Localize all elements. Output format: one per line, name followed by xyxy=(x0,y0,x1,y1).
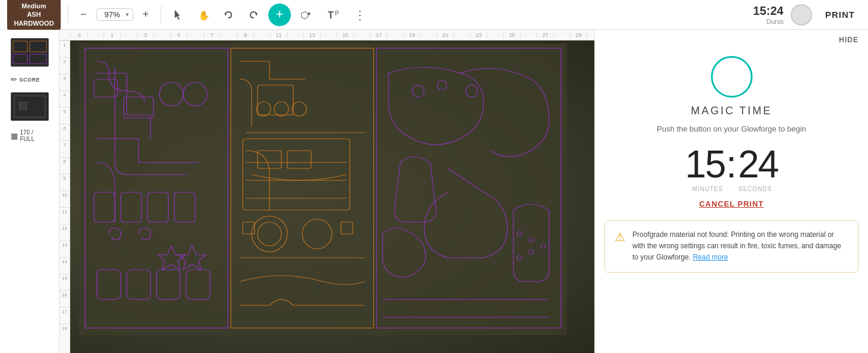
ruler-mark xyxy=(320,32,337,38)
shape-tool-button[interactable]: ⬡ ♦ xyxy=(296,6,318,24)
svg-text:✋: ✋ xyxy=(198,10,209,20)
material-line2: ASH xyxy=(12,10,56,18)
ruler-mark: 17 xyxy=(370,32,387,38)
ruler-mark: -1 xyxy=(70,32,87,38)
ruler-mark xyxy=(87,32,104,38)
minutes-label: MINUTES xyxy=(684,186,732,192)
glowforge-button-circle xyxy=(711,56,753,98)
main-area: ✏ SCORE ▤ ▦ 170 / FULL -1 1 xyxy=(0,30,868,353)
pan-tool-button[interactable]: ✋ xyxy=(193,6,214,24)
ruler-top-marks: -1 1 3 5 7 9 11 13 15 17 19 xyxy=(70,32,594,38)
svg-rect-16 xyxy=(79,43,567,335)
zoom-minus-button[interactable]: − xyxy=(76,5,92,24)
toolbar-user: Durss xyxy=(753,18,784,25)
material-line3: HARDWOOD xyxy=(12,19,56,27)
design-thumbnail-item[interactable] xyxy=(6,35,54,70)
hand-icon: ✋ xyxy=(198,10,209,20)
read-more-link[interactable]: Read more xyxy=(692,253,728,261)
ruler-mark xyxy=(420,32,437,38)
text-icon: T P xyxy=(328,10,340,20)
undo-button[interactable] xyxy=(218,6,239,24)
redo-button[interactable] xyxy=(243,6,264,24)
ruler-mark: 15 xyxy=(337,32,353,38)
text-tool-button[interactable]: T P xyxy=(323,6,344,24)
add-icon: + xyxy=(276,8,284,21)
chevron-down-icon[interactable]: ▾ xyxy=(126,11,129,18)
cancel-print-button[interactable]: CANCEL PRINT xyxy=(699,199,764,208)
ruler-mark: 21 xyxy=(437,32,453,38)
warning-box: ⚠ Proofgrade material not found: Printin… xyxy=(604,220,858,273)
ruler-mark: 27 xyxy=(537,32,553,38)
shape-icon: ⬡ ♦ xyxy=(300,10,314,20)
pencil-icon: ✏ xyxy=(11,75,17,84)
cursor-icon xyxy=(173,10,184,20)
right-panel: HIDE MAGIC TIME Push the button on your … xyxy=(594,30,868,353)
seconds-label: SECONDS xyxy=(732,186,779,192)
warning-icon: ⚠ xyxy=(615,230,625,244)
ruler-mark xyxy=(453,32,470,38)
ruler-mark xyxy=(120,32,137,38)
right-panel-header: HIDE xyxy=(595,30,868,44)
zoom-control: 97% ▾ xyxy=(96,8,133,21)
ruler-mark xyxy=(253,32,270,38)
score-label: SCORE xyxy=(20,77,40,83)
ruler-mark: 1 xyxy=(104,32,120,38)
svg-marker-2 xyxy=(224,13,227,15)
toolbar-separator xyxy=(68,6,68,24)
parts-item[interactable]: ▦ 170 / FULL xyxy=(6,127,54,145)
hide-button[interactable]: HIDE xyxy=(839,36,858,44)
svg-marker-0 xyxy=(175,10,180,20)
svg-rect-13 xyxy=(12,93,48,120)
ruler-mark: 11 xyxy=(270,32,287,38)
ruler-mark: 13 xyxy=(303,32,320,38)
ruler-mark xyxy=(520,32,537,38)
add-button[interactable]: + xyxy=(268,4,291,26)
ruler-mark xyxy=(220,32,237,38)
material-badge[interactable]: Medium ASH HARDWOOD xyxy=(7,0,61,30)
design-svg xyxy=(79,43,567,335)
select-tool-button[interactable] xyxy=(168,6,189,24)
ruler-mark xyxy=(553,32,570,38)
warning-text: Proofgrade material not found: Printing … xyxy=(632,229,848,264)
ruler-left-mark: 1 xyxy=(59,40,70,57)
svg-text:▤: ▤ xyxy=(18,99,28,111)
ruler-left-mark: 2 xyxy=(59,57,70,74)
redo-icon xyxy=(248,10,259,20)
ruler-mark: 23 xyxy=(470,32,487,38)
secondary-thumbnail-item[interactable]: ▤ xyxy=(6,89,54,124)
more-options-button[interactable]: ⋮ xyxy=(349,4,371,26)
ruler-left-mark: 15 xyxy=(59,274,70,290)
toolbar-separator-2 xyxy=(161,6,161,24)
ruler-mark: 9 xyxy=(237,32,253,38)
ruler-left-mark: 16 xyxy=(59,290,70,307)
more-icon: ⋮ xyxy=(354,8,366,22)
score-item[interactable]: ✏ SCORE xyxy=(6,73,54,86)
ruler-mark xyxy=(353,32,370,38)
ruler-mark: 3 xyxy=(137,32,153,38)
timer-seconds: 24 xyxy=(738,145,778,183)
ruler-left-mark: 17 xyxy=(59,307,70,324)
canvas-view[interactable] xyxy=(70,40,594,353)
zoom-value: 97% xyxy=(101,10,124,19)
ruler-left-mark: 7 xyxy=(59,140,70,157)
ruler-left-mark: 5 xyxy=(59,107,70,124)
ruler-left-mark: 13 xyxy=(59,240,70,257)
ruler-mark: 5 xyxy=(170,32,187,38)
magic-title: MAGIC TIME xyxy=(691,105,772,117)
timer-display: 15 : 24 xyxy=(685,145,778,183)
ruler-mark: 25 xyxy=(503,32,520,38)
timer-colon: : xyxy=(726,145,737,183)
user-avatar[interactable] xyxy=(791,4,812,26)
svg-marker-3 xyxy=(255,13,258,15)
ruler-top: -1 1 3 5 7 9 11 13 15 17 19 xyxy=(59,30,594,40)
zoom-plus-button[interactable]: + xyxy=(138,5,154,24)
ruler-left-mark: 12 xyxy=(59,224,70,240)
print-button[interactable]: PRINT xyxy=(819,6,861,23)
design-thumbnail xyxy=(11,38,49,67)
ruler-left-mark: 4 xyxy=(59,90,70,107)
ruler-mark: 19 xyxy=(403,32,420,38)
ruler-mark: 29 xyxy=(570,32,587,38)
ruler-left-mark: 11 xyxy=(59,207,70,224)
undo-icon xyxy=(223,10,234,20)
main-toolbar: Medium ASH HARDWOOD − 97% ▾ + ✋ xyxy=(0,0,868,30)
